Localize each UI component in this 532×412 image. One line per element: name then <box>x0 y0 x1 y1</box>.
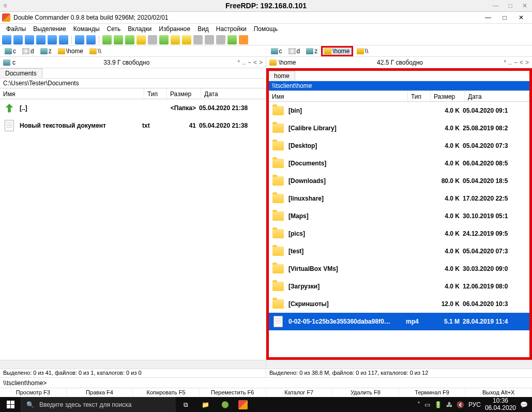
column-headers[interactable]: Имя Тип Размер Дата <box>269 90 529 102</box>
tb-icon[interactable] <box>75 35 84 44</box>
col-size[interactable]: Размер <box>431 91 465 101</box>
col-date[interactable]: Дата <box>201 88 266 99</box>
fnkey-button[interactable]: Переместить F6 <box>200 388 266 397</box>
dc-taskbar-icon[interactable] <box>235 397 254 412</box>
tab-documents[interactable]: Documents <box>0 68 42 78</box>
dc-maximize-icon[interactable]: □ <box>500 14 509 21</box>
explorer-icon[interactable]: 📁 <box>195 397 215 412</box>
fav-button[interactable]: * <box>238 59 240 66</box>
list-item[interactable]: 0-02-05-1c25b3e355360daba98f0…mp45.1 M28… <box>269 313 529 330</box>
list-item[interactable]: Новый текстовый документtxt4105.04.2020 … <box>0 117 266 134</box>
taskview-icon[interactable]: ⧉ <box>176 397 195 412</box>
tb-icon[interactable] <box>159 35 169 44</box>
drive-home[interactable]: \home <box>55 47 86 56</box>
clock[interactable]: 10:36 06.04.2020 <box>485 398 516 411</box>
list-item[interactable]: [linuxshare]4.0 K17.02.2020 22:5 <box>269 190 529 207</box>
menu-вкладки[interactable]: Вкладки <box>125 24 155 34</box>
menu-команды[interactable]: Команды <box>70 24 103 34</box>
scrollbar-horizontal[interactable] <box>266 360 532 369</box>
col-size[interactable]: Размер <box>167 88 201 99</box>
rdp-maximize-icon[interactable]: □ <box>503 0 518 12</box>
menu-сеть[interactable]: Сеть <box>104 24 124 34</box>
tb-icon[interactable] <box>239 35 248 44</box>
fwd-button[interactable]: > <box>525 59 529 66</box>
fav-button[interactable]: * <box>504 59 507 66</box>
rdp-menu-icon[interactable]: ≡ <box>0 0 10 12</box>
back-button[interactable]: < <box>253 59 257 66</box>
menu-выделение[interactable]: Выделение <box>30 24 69 34</box>
battery-icon[interactable]: 🔋 <box>434 401 442 408</box>
tb-icon[interactable] <box>86 35 96 44</box>
tb-icon[interactable] <box>13 35 23 44</box>
drive-c[interactable]: c <box>2 47 19 56</box>
drive-d[interactable]: d <box>286 47 303 56</box>
menu-помощь[interactable]: Помощь <box>251 24 281 34</box>
col-name[interactable]: Имя <box>0 88 144 99</box>
fnkey-button[interactable]: Каталог F7 <box>266 388 333 397</box>
tb-icon[interactable] <box>114 35 123 44</box>
tb-icon[interactable] <box>136 35 146 44</box>
command-line[interactable]: \\tsclient\home> <box>0 377 532 388</box>
tab-home[interactable]: home <box>269 71 295 81</box>
path-label[interactable]: \\tsclient\home <box>269 81 529 90</box>
back-button[interactable]: < <box>520 59 523 66</box>
dc-minimize-icon[interactable]: — <box>483 14 493 21</box>
tb-icon[interactable] <box>125 35 134 44</box>
drive-[interactable]: \\ <box>87 47 104 56</box>
file-list[interactable]: [..]<Папка>05.04.2020 21:38Новый текстов… <box>0 99 266 360</box>
list-item[interactable]: [test]4.0 K05.04.2020 07:3 <box>269 242 529 260</box>
drive-c[interactable]: c <box>268 47 285 56</box>
list-item[interactable]: [..]<Папка>05.04.2020 21:38 <box>0 99 266 117</box>
tb-icon[interactable] <box>102 35 112 44</box>
network-icon[interactable]: 🖧 <box>446 401 452 408</box>
tb-icon[interactable] <box>171 35 180 44</box>
rdp-minimize-icon[interactable]: — <box>489 0 503 12</box>
fnkey-button[interactable]: Терминал F9 <box>399 388 466 397</box>
list-item[interactable]: [pics]4.0 K24.12.2019 09:5 <box>269 225 529 242</box>
tb-icon[interactable] <box>59 35 68 44</box>
list-item[interactable]: [bin]4.0 K05.04.2020 09:1 <box>269 102 529 119</box>
menu-файлы[interactable]: Файлы <box>3 24 29 34</box>
tb-icon[interactable] <box>148 35 157 44</box>
home-button[interactable]: ~ <box>248 59 251 66</box>
list-item[interactable]: [Desktop]4.0 K05.04.2020 07:3 <box>269 137 529 155</box>
terminal-icon[interactable] <box>216 35 225 44</box>
list-item[interactable]: [Documents]4.0 K06.04.2020 08:5 <box>269 155 529 172</box>
search-icon[interactable] <box>193 35 203 44</box>
fnkey-button[interactable]: Удалить F8 <box>332 388 399 397</box>
tb-icon[interactable] <box>25 35 34 44</box>
fwd-button[interactable]: > <box>259 59 263 66</box>
tb-icon[interactable] <box>48 35 57 44</box>
start-button[interactable] <box>0 397 21 412</box>
tray-icon[interactable]: ▭ <box>424 401 430 408</box>
search-input[interactable]: 🔍 Введите здесь текст для поиска <box>21 397 176 412</box>
home-button[interactable]: ~ <box>514 59 518 66</box>
drive-d[interactable]: d <box>20 47 37 56</box>
fnkey-button[interactable]: Правка F4 <box>67 388 133 397</box>
updir-button[interactable]: .. <box>242 59 246 66</box>
menu-избранное[interactable]: Избранное <box>156 24 193 34</box>
list-item[interactable]: [Downloads]80.0 K05.04.2020 18:5 <box>269 172 529 190</box>
notifications-icon[interactable]: 💬 <box>520 401 528 408</box>
tb-icon[interactable] <box>227 35 237 44</box>
chevron-up-icon[interactable]: ˄ <box>417 401 420 408</box>
tb-icon[interactable] <box>36 35 45 44</box>
path-label[interactable]: C:\Users\Tester\Documents <box>0 79 266 88</box>
list-item[interactable]: [Скриншоты]12.0 K06.04.2020 10:3 <box>269 295 529 313</box>
volume-icon[interactable]: 🔇 <box>457 401 464 408</box>
tb-icon[interactable] <box>182 35 191 44</box>
language-indicator[interactable]: РУС <box>468 401 481 408</box>
menu-вид[interactable]: Вид <box>194 24 212 34</box>
drive-home[interactable]: \home <box>321 46 353 56</box>
tb-icon[interactable] <box>205 35 214 44</box>
list-item[interactable]: [Maps]4.0 K30.10.2019 05:1 <box>269 207 529 225</box>
column-headers[interactable]: Имя Тип Размер Дата <box>0 88 266 99</box>
fnkey-button[interactable]: Просмотр F3 <box>0 388 67 397</box>
drive-z[interactable]: z <box>38 47 54 56</box>
menu-настройки[interactable]: Настройки <box>213 24 250 34</box>
drive-[interactable]: \\ <box>354 47 371 56</box>
list-item[interactable]: [Calibre Library]4.0 K25.08.2019 08:2 <box>269 119 529 137</box>
refresh-icon[interactable] <box>2 35 11 44</box>
rdp-close-icon[interactable]: ✕ <box>518 0 532 12</box>
drive-z[interactable]: z <box>303 47 320 56</box>
